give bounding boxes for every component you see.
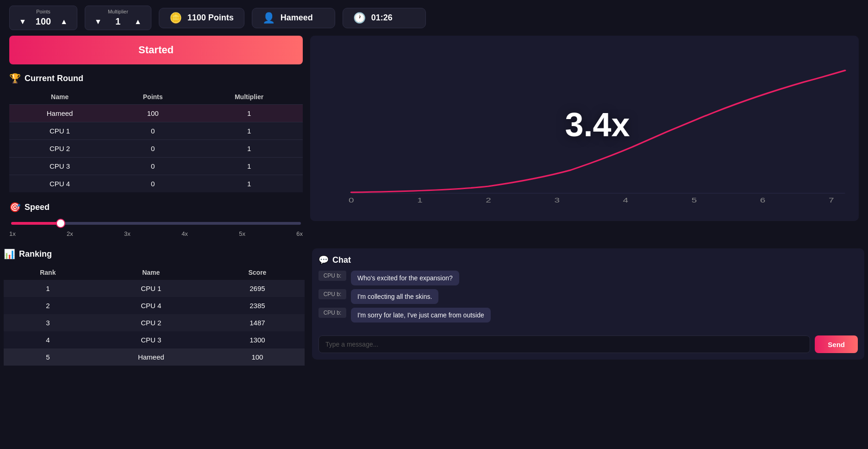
svg-text:7: 7: [829, 196, 834, 204]
svg-text:5: 5: [692, 196, 697, 204]
rank-cell-score: 1300: [210, 331, 305, 348]
chat-sender: CPU b:: [318, 308, 346, 318]
points-label: Points: [36, 9, 50, 14]
chat-input-row: Send: [318, 335, 858, 353]
total-points-pill: 🪙 1100 Points: [159, 8, 244, 28]
chart-container: 3.4x 0 1 2 3 4 5 6 7: [310, 36, 859, 221]
bottom-area: 📊 Ranking Rank Name Score 1 CPU 1 2695 2…: [0, 248, 868, 366]
rank-cell-name: CPU 2: [92, 314, 210, 331]
speed-slider[interactable]: [11, 222, 301, 225]
table-row: Hameed 100 1: [9, 105, 303, 122]
ranking-icon: 📊: [4, 248, 15, 259]
left-panel: Started 🏆 Current Round Name Points Mult…: [6, 36, 306, 248]
points-value: 100: [36, 16, 51, 27]
ranking-section: 📊 Ranking Rank Name Score 1 CPU 1 2695 2…: [4, 248, 305, 366]
points-row: ▼ 100 ▲: [16, 16, 70, 27]
speed-label-3x: 3x: [124, 230, 131, 237]
svg-text:2: 2: [486, 196, 491, 204]
multiplier-up-button[interactable]: ▲: [131, 17, 144, 27]
timer-pill: 🕐 01:26: [343, 8, 426, 28]
multiplier-control: Multiplier ▼ 1 ▲: [85, 6, 151, 30]
cell-name: CPU 4: [9, 175, 110, 193]
points-up-button[interactable]: ▲: [57, 17, 70, 27]
timer-value: 01:26: [371, 13, 393, 23]
rank-col-rank: Rank: [4, 265, 92, 280]
rank-cell-rank: 4: [4, 331, 92, 348]
cell-multiplier: 1: [195, 158, 303, 175]
col-header-points: Points: [110, 89, 195, 105]
rank-cell-name: CPU 1: [92, 280, 210, 297]
rank-cell-rank: 5: [4, 348, 92, 366]
multiplier-down-button[interactable]: ▼: [92, 17, 105, 27]
cell-points: 100: [110, 105, 195, 122]
cell-points: 0: [110, 158, 195, 175]
svg-text:1: 1: [417, 196, 423, 204]
clock-icon: 🕐: [353, 12, 366, 24]
rank-cell-score: 100: [210, 348, 305, 366]
speed-section: 🎯 Speed 1x 2x 3x 4x 5x 6x: [9, 202, 303, 237]
cell-name: CPU 1: [9, 122, 110, 140]
rank-col-score: Score: [210, 265, 305, 280]
rank-cell-name: CPU 3: [92, 331, 210, 348]
cell-multiplier: 1: [195, 105, 303, 122]
total-points-value: 1100 Points: [187, 13, 234, 23]
chat-panel: 💬 Chat CPU b: Who's excited for the expa…: [312, 248, 864, 360]
points-down-button[interactable]: ▼: [16, 17, 29, 27]
send-button[interactable]: Send: [815, 335, 858, 353]
chat-input[interactable]: [318, 335, 810, 353]
table-row: CPU 4 0 1: [9, 175, 303, 193]
table-row: CPU 3 0 1: [9, 158, 303, 175]
chat-sender: CPU b:: [318, 271, 346, 281]
table-row: CPU 1 0 1: [9, 122, 303, 140]
rank-cell-rank: 2: [4, 297, 92, 314]
points-control: Points ▼ 100 ▲: [9, 6, 77, 30]
list-item: CPU b: Who's excited for the expansion?: [318, 271, 858, 285]
trophy-icon: 🏆: [9, 73, 21, 84]
speed-title-row: 🎯 Speed: [9, 202, 303, 213]
svg-text:4: 4: [623, 196, 629, 204]
chat-sender: CPU b:: [318, 289, 346, 299]
rank-cell-score: 1487: [210, 314, 305, 331]
chat-icon: 💬: [318, 255, 329, 265]
speed-label-5x: 5x: [239, 230, 245, 237]
player-pill: 👤 Hameed: [252, 8, 335, 28]
speed-label-2x: 2x: [67, 230, 73, 237]
start-button[interactable]: Started: [9, 36, 303, 64]
chat-messages: CPU b: Who's excited for the expansion? …: [318, 271, 858, 330]
multiplier-label: Multiplier: [108, 9, 128, 14]
chat-bubble: Who's excited for the expansion?: [351, 271, 459, 285]
current-round-table: Name Points Multiplier Hameed 100 1 CPU …: [9, 89, 303, 192]
cell-name: CPU 3: [9, 158, 110, 175]
col-header-multiplier: Multiplier: [195, 89, 303, 105]
speed-label-4x: 4x: [181, 230, 188, 237]
cell-points: 0: [110, 140, 195, 158]
speed-slider-container: [9, 218, 303, 227]
speed-title: Speed: [25, 202, 50, 212]
chat-bubble: I'm collecting all the skins.: [351, 289, 438, 304]
table-row: CPU 2 0 1: [9, 140, 303, 158]
rank-cell-score: 2695: [210, 280, 305, 297]
cell-name: CPU 2: [9, 140, 110, 158]
speed-icon: 🎯: [9, 202, 21, 213]
list-item: CPU b: I'm sorry for late, I've just cam…: [318, 308, 858, 323]
main-layout: Started 🏆 Current Round Name Points Mult…: [0, 36, 868, 248]
col-header-name: Name: [9, 89, 110, 105]
svg-text:0: 0: [349, 196, 354, 204]
chat-title-row: 💬 Chat: [318, 255, 858, 265]
ranking-row: 2 CPU 4 2385: [4, 297, 305, 314]
ranking-row: 3 CPU 2 1487: [4, 314, 305, 331]
ranking-title-row: 📊 Ranking: [4, 248, 305, 259]
speed-label-6x: 6x: [296, 230, 303, 237]
speed-label-1x: 1x: [9, 230, 16, 237]
chat-bubble: I'm sorry for late, I've just came from …: [351, 308, 491, 323]
player-name: Hameed: [281, 13, 313, 23]
cell-multiplier: 1: [195, 175, 303, 193]
speed-labels: 1x 2x 3x 4x 5x 6x: [9, 230, 303, 237]
coins-icon: 🪙: [169, 12, 182, 24]
ranking-table: Rank Name Score 1 CPU 1 2695 2 CPU 4 238…: [4, 265, 305, 366]
top-bar: Points ▼ 100 ▲ Multiplier ▼ 1 ▲ 🪙 1100 P…: [0, 0, 868, 36]
chat-section: 💬 Chat CPU b: Who's excited for the expa…: [312, 248, 864, 366]
multiplier-value: 1: [111, 16, 125, 27]
player-icon: 👤: [262, 12, 275, 24]
multiplier-display: 3.4x: [565, 106, 630, 144]
